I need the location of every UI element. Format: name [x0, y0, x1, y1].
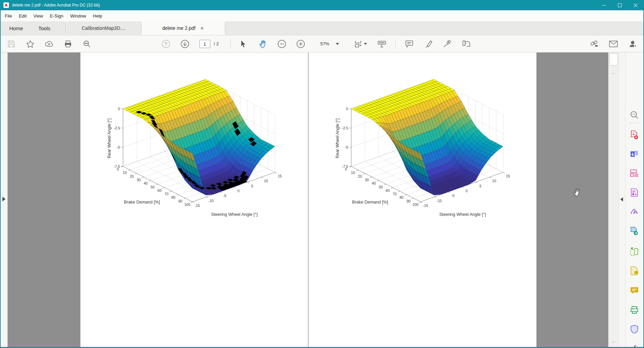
tab-document-deleteme2[interactable]: delete me 2.pdf ✕ [142, 21, 225, 35]
comment-tool-icon[interactable] [404, 39, 414, 49]
star-icon[interactable] [25, 39, 35, 49]
svg-text:0: 0 [345, 167, 347, 171]
fit-page-icon[interactable] [353, 39, 363, 49]
next-page-icon[interactable] [180, 39, 190, 49]
svg-text:70: 70 [393, 192, 397, 196]
menubar: File Edit View E-Sign Window Help [1, 10, 643, 21]
page-number-input[interactable] [199, 40, 210, 48]
print-production-icon[interactable] [630, 305, 639, 315]
create-pdf-icon[interactable] [630, 130, 639, 140]
tab-close-icon[interactable]: ✕ [200, 26, 204, 31]
close-button[interactable] [628, 0, 643, 10]
svg-text:30: 30 [365, 178, 369, 182]
svg-text:15: 15 [278, 174, 282, 178]
tools-panel-strip [619, 53, 625, 347]
vertical-scrollbar[interactable]: ︿ ﹀ [608, 53, 619, 347]
hand-tool-icon[interactable] [258, 39, 268, 49]
document-canvas[interactable]: 0-2.5-5-7.50102030405060708090100-15-10-… [8, 53, 608, 347]
menu-file[interactable]: File [1, 10, 15, 21]
share-cloud-icon[interactable] [44, 39, 54, 49]
svg-text:10: 10 [492, 179, 496, 183]
zoom-in-icon[interactable] [296, 39, 306, 49]
menu-edit[interactable]: Edit [15, 10, 30, 21]
redact-document-icon[interactable] [630, 188, 639, 197]
menu-help[interactable]: Help [90, 10, 106, 21]
svg-text:15: 15 [506, 174, 510, 178]
minimize-button[interactable] [596, 0, 612, 10]
svg-text:10: 10 [264, 179, 268, 183]
zoom-dropdown-caret-icon[interactable] [335, 39, 340, 49]
svg-text:-2.5: -2.5 [114, 126, 120, 130]
email-icon[interactable] [609, 39, 618, 49]
svg-text:80: 80 [400, 195, 404, 199]
document-feedback-icon[interactable] [630, 266, 639, 276]
crop-pages-icon[interactable] [630, 247, 639, 256]
svg-text:30: 30 [137, 178, 141, 182]
request-esign-icon[interactable] [462, 39, 471, 49]
scroll-up-icon[interactable]: ︿ [611, 70, 616, 75]
sign-tool-icon[interactable] [443, 39, 452, 49]
svg-text:100: 100 [184, 202, 190, 207]
zoom-level-value[interactable]: 57% [317, 41, 333, 46]
svg-text:-15: -15 [195, 204, 200, 208]
previous-page-icon[interactable] [161, 39, 171, 49]
search-icon[interactable] [82, 39, 92, 49]
svg-text:Steering Wheel Angle [°]: Steering Wheel Angle [°] [211, 212, 258, 217]
svg-text:20: 20 [358, 174, 362, 178]
marquee-zoom-icon[interactable] [630, 110, 639, 120]
svg-text:90: 90 [178, 199, 182, 203]
send-pdf-icon[interactable] [630, 226, 639, 236]
tools-rail [625, 53, 643, 347]
hand-cursor [573, 187, 581, 196]
tab-document-calibrationmap[interactable]: CalibrationMap3D.... [66, 21, 141, 35]
svg-text:-5: -5 [223, 194, 226, 198]
fill-sign-icon[interactable] [630, 207, 639, 217]
share-link-icon[interactable] [590, 39, 599, 49]
svg-text:40: 40 [372, 181, 376, 185]
svg-text:60: 60 [157, 188, 162, 193]
svg-text:50: 50 [151, 185, 155, 189]
acrobat-window: delete me 2.pdf - Adobe Acrobat Pro DC (… [0, 0, 644, 348]
scrollbar-thumb[interactable] [610, 53, 618, 66]
pdf-page-2[interactable]: 0-2.5-5-7.50102030405060708090100-15-10-… [308, 53, 536, 347]
organize-pages-icon[interactable] [630, 169, 639, 178]
svg-text:Steering Wheel Angle [°]: Steering Wheel Angle [°] [439, 212, 486, 217]
maximize-button[interactable] [612, 0, 628, 10]
protect-icon[interactable] [630, 324, 639, 334]
highlight-tool-icon[interactable] [424, 39, 434, 49]
select-tool-icon[interactable] [238, 39, 248, 49]
expand-left-panel-icon[interactable] [2, 197, 5, 201]
svg-text:10: 10 [351, 171, 355, 175]
menu-window[interactable]: Window [67, 10, 89, 21]
tab-tools[interactable]: Tools [34, 21, 55, 35]
scroll-down-icon[interactable]: ﹀ [611, 340, 616, 345]
svg-text:Brake Demand [%]: Brake Demand [%] [124, 200, 160, 205]
tab-home[interactable]: Home [5, 21, 27, 35]
print-icon[interactable] [63, 39, 73, 49]
svg-text:90: 90 [407, 199, 411, 203]
svg-text:80: 80 [171, 195, 176, 199]
svg-text:-15: -15 [423, 204, 428, 208]
zoom-out-icon[interactable] [277, 39, 287, 49]
pdf-page-1[interactable]: 0-2.5-5-7.50102030405060708090100-15-10-… [80, 53, 308, 347]
menu-view[interactable]: View [30, 10, 46, 21]
export-pdf-icon[interactable] [630, 149, 639, 159]
svg-text:0: 0 [237, 189, 240, 193]
comment-panel-icon[interactable] [630, 286, 639, 295]
menu-esign[interactable]: E-Sign [46, 10, 67, 21]
acrobat-logo-icon [3, 2, 9, 8]
svg-text:40: 40 [144, 181, 148, 185]
svg-text:20: 20 [130, 174, 134, 178]
svg-text:-5: -5 [451, 194, 454, 198]
titlebar: delete me 2.pdf - Adobe Acrobat Pro DC (… [1, 0, 643, 10]
fit-page-caret-icon[interactable] [363, 39, 368, 49]
svg-text:50: 50 [379, 185, 383, 189]
collapse-right-panel-icon[interactable] [620, 197, 623, 201]
add-account-icon[interactable] [628, 39, 638, 49]
svg-text:5: 5 [479, 184, 481, 188]
more-tools-icon[interactable] [630, 344, 639, 348]
svg-text:Rear Wheel Angle [°]: Rear Wheel Angle [°] [107, 118, 112, 158]
surface-plot-page1: 0-2.5-5-7.50102030405060708090100-15-10-… [80, 53, 308, 347]
reading-mode-icon[interactable] [377, 39, 387, 49]
save-icon[interactable] [7, 39, 16, 49]
